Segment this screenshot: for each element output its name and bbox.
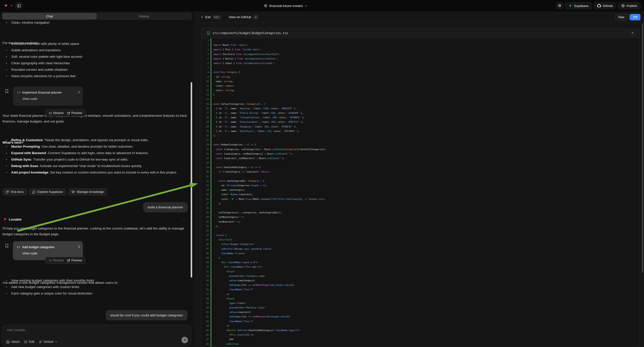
view-code-link[interactable]: View code [22,97,37,100]
code-text: color: string; [213,89,235,92]
line-number: 34 [202,188,209,192]
list-item: Add project knowledge: Set key context o… [0,169,185,176]
code-line: 24⌄const BudgetCategories = () => { [202,142,640,147]
mode-selector[interactable]: Default [39,340,57,344]
restore-icon [49,259,52,262]
code-line: 20 { id: '5', name: 'Shopping', limit: 2… [202,124,640,129]
code-text: value={newLimit} [213,311,251,314]
sidebar-toggle-button[interactable] [16,2,22,9]
chat-input[interactable] [7,328,181,336]
preview-button[interactable]: Preview [67,259,82,262]
design-bullet-list: Minimalist interface with plenty of whit… [0,40,189,80]
code-line: 25 const [categories, setCategories] = R… [202,147,640,152]
code-line: 1 [202,38,640,43]
tab-history[interactable]: History [97,13,192,20]
supabase-bolt-icon [568,4,572,8]
file-card-header[interactable]: src/components/budget/BudgetCategories.t… [202,28,640,38]
message-menu-button[interactable]: ··· [182,217,187,221]
publish-globe-icon [621,4,625,8]
edit-mode-button[interactable]: Edit [24,340,34,344]
code-panel: Exit ESC View on GitHub G Raw Diff src/c… [194,12,644,347]
code-scrollbar[interactable] [642,24,643,272]
logo-chevron-down-icon[interactable] [10,5,13,6]
bookmark-icon[interactable] [5,89,9,93]
publish-button[interactable]: Publish [618,2,640,9]
code-line: 27 const [newLimit, setNewLimit] = React… [202,156,640,160]
code-line: 39 setCategories([...categories, newCate… [202,210,640,215]
lovable-logo-icon[interactable]: ♥ [4,3,8,8]
back-chevron-icon[interactable] [201,16,203,18]
restore-button[interactable]: Restore [49,111,64,115]
code-text: Add [213,338,233,340]
code-line: 46 title="Budget Categories" [202,242,640,246]
line-number: 65 [202,328,209,332]
line-number: 4 [202,52,209,56]
raw-toggle-button[interactable]: Raw [615,14,628,20]
line-number: 66 [202,332,209,337]
visit-docs-button[interactable]: Visit docs [2,188,27,196]
code-line: 29⌄ const handleAddCategory = () => { [202,165,640,170]
line-number: 24 [202,142,209,147]
code-text: const newCategoryObj: Category = { [213,180,264,182]
code-line: 45 <ChartCard [202,238,640,242]
code-text: <Input [213,298,235,300]
collapse-file-button[interactable] [629,30,636,36]
line-number: 22 [202,134,209,138]
code-text: color: '#' + Math.floor(Math.random()*16… [213,198,325,200]
assistant-name: Lovable [9,218,22,221]
preview-button[interactable]: Preview [67,111,82,115]
line-number: 57 [202,292,209,296]
code-text: onChange={(e) => setNewCategory(e.target… [213,284,294,286]
line-number: 49 [202,256,209,260]
code-line: 16 { id: '1', name: 'Housing', limit: 15… [202,106,640,111]
chat-scrollbar[interactable] [191,82,192,278]
view-on-github-link[interactable]: View on GitHub [229,15,251,19]
bullet-dot [6,172,7,173]
code-text: const [newCategory, setNewCategory] = Re… [213,152,293,155]
line-number: 26 [202,152,209,156]
explore-supabase-button[interactable]: Explore Supabase [29,188,66,196]
project-chevron-down-icon [305,5,308,7]
line-number: 27 [202,156,209,160]
line-number: 23 [202,138,209,142]
code-text: placeholder="Category name" [213,275,266,277]
line-number: 38 [202,206,209,210]
supabase-button[interactable]: Supabase [565,2,592,9]
line-number: 37 [202,202,209,206]
diff-toggle-button[interactable]: Diff [630,14,640,20]
code-line: 7 [202,66,640,70]
code-text: limit: Number(newLimit), [213,193,254,196]
code-line: 63 className="flex-1" [202,319,640,324]
code-line: 4import ChartCard from '@/components/ui/… [202,52,640,56]
project-switcher[interactable]: financial-future-creator [264,0,308,12]
code-line: 12 color: string; [202,88,640,92]
line-number: 63 [202,319,209,324]
code-line: 21 { id: '6', name: 'Healthcare', limit:… [202,129,640,134]
external-link-icon [67,259,70,262]
code-text: const handleAddCategory = () => { [213,166,260,168]
attach-button[interactable]: Attach [6,340,20,344]
line-number: 21 [202,129,209,134]
bullet-dot [6,43,7,44]
code-text: value={newCategory} [213,279,255,282]
tab-chat[interactable]: Chat [2,13,97,20]
line-number: 54 [202,278,209,283]
version-card-implement-financial-planner[interactable]: Implement financial planner View code [13,87,83,106]
code-line: 37 }; [202,202,640,206]
list-item: Clean, intuitive navigation [0,20,189,26]
code-text: className="flex-1" [213,320,254,322]
send-button[interactable] [182,337,188,343]
settings-button[interactable]: ⚙ [556,2,563,9]
code-text: /> [213,293,229,296]
code-text: import { Button } from '@/components/ui/… [213,58,278,60]
exit-button[interactable]: Exit [205,15,210,19]
github-button[interactable]: GitHub [594,2,616,9]
line-number: 44 [202,233,209,238]
bookmark-icon[interactable] [5,244,9,248]
bullet-dot [6,152,7,154]
restore-button-disabled[interactable]: Restore [49,259,64,262]
view-code-link[interactable]: View code [22,252,37,255]
code-line: 67 Add [202,337,640,342]
line-number: 59 [202,301,209,306]
manage-knowledge-button[interactable]: Manage knowledge [68,188,107,196]
